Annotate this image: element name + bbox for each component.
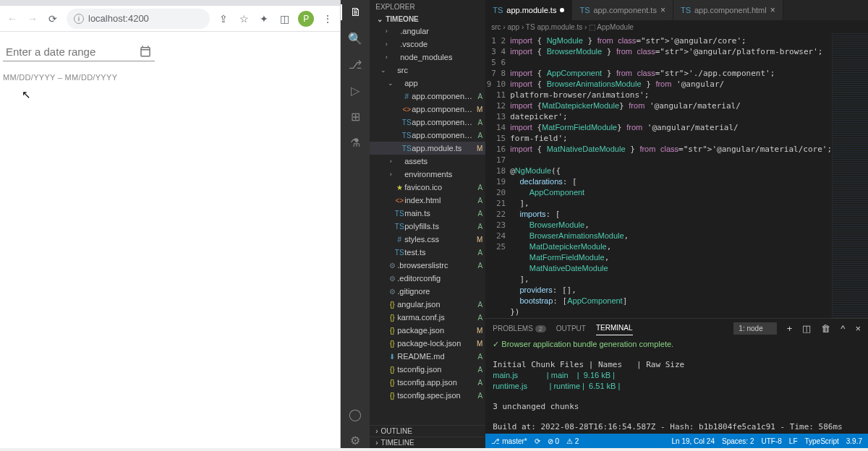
back-button[interactable]: ← (6, 12, 19, 25)
file-icon: ⚙ (387, 288, 397, 296)
file-node[interactable]: ⬇README.mdA (370, 350, 485, 363)
new-terminal-icon[interactable]: + (787, 323, 793, 334)
maximize-panel-icon[interactable]: ^ (841, 323, 845, 334)
menu-icon[interactable]: ⋮ (321, 12, 334, 25)
file-node[interactable]: {}karma.conf.jsA (370, 311, 485, 324)
project-header[interactable]: ⌄TIMEONE (370, 14, 485, 25)
source-control-icon[interactable]: ⎇ (347, 56, 363, 72)
explorer-icon[interactable]: 🗎 (341, 4, 370, 20)
folder-node[interactable]: ⌄src (370, 64, 485, 77)
code-area[interactable]: import { NgModule } from class="str">'@a… (510, 33, 832, 318)
terminal-select[interactable]: 1: node (733, 322, 776, 335)
file-node[interactable]: TSmain.tsA (370, 207, 485, 220)
folder-node[interactable]: ›.vscode (370, 38, 485, 51)
git-status: A (474, 379, 482, 387)
profile-avatar[interactable]: P (298, 11, 314, 27)
editor[interactable]: 1 2 3 4 5 6 7 8 9 10 11 12 13 14 15 16 1… (485, 33, 868, 318)
folder-node[interactable]: ›node_modules (370, 51, 485, 64)
encoding[interactable]: UTF-8 (761, 437, 781, 445)
file-node[interactable]: #styles.cssM (370, 233, 485, 246)
file-icon: TS (401, 132, 412, 139)
file-node[interactable]: <>app.component.htmlM (370, 103, 485, 116)
file-node[interactable]: {}tsconfig.spec.jsonA (370, 389, 485, 402)
git-status: A (474, 119, 482, 126)
tab-output[interactable]: OUTPUT (556, 322, 586, 335)
extensions-icon[interactable]: ✦ (258, 12, 271, 25)
reload-button[interactable]: ⟳ (46, 12, 59, 25)
line-gutter: 1 2 3 4 5 6 7 8 9 10 11 12 13 14 15 16 1… (485, 33, 510, 318)
file-name: main.ts (404, 209, 474, 218)
file-node[interactable]: TSapp.component.spec.tsA (370, 129, 485, 142)
sync-icon[interactable]: ⟳ (535, 437, 540, 445)
file-node[interactable]: <>index.htmlA (370, 194, 485, 207)
file-node[interactable]: TSapp.component.tsA (370, 116, 485, 129)
tab-terminal[interactable]: TERMINAL (596, 321, 633, 335)
share-icon[interactable]: ⇪ (217, 12, 230, 25)
file-node[interactable]: ⚙.browserslistrcA (370, 259, 485, 272)
file-node[interactable]: TSapp.module.tsM (370, 142, 485, 155)
folder-node[interactable]: ›.angular (370, 25, 485, 38)
file-node[interactable]: ⚙.gitignore (370, 285, 485, 298)
editor-tab[interactable]: TSapp.component.ts× (572, 0, 673, 20)
breadcrumb[interactable]: src › app › TS app.module.ts › ⬚ AppModu… (485, 20, 868, 33)
kill-terminal-icon[interactable]: 🗑 (821, 323, 830, 334)
tab-problems[interactable]: PROBLEMS2 (493, 322, 546, 335)
chevron-icon: › (387, 158, 394, 165)
testing-icon[interactable]: ⚗ (347, 134, 363, 150)
file-node[interactable]: {}tsconfig.jsonA (370, 363, 485, 376)
warnings-count[interactable]: ⚠ 2 (566, 437, 579, 445)
indent-setting[interactable]: Spaces: 2 (722, 437, 754, 445)
date-range-field[interactable]: Enter a date range (3, 40, 155, 61)
debug-icon[interactable]: ▷ (347, 82, 363, 98)
git-status: M (474, 236, 482, 244)
errors-count[interactable]: ⊘ 0 (548, 437, 559, 445)
minimap[interactable] (832, 33, 868, 318)
eol[interactable]: LF (789, 437, 798, 445)
editor-tab[interactable]: TSapp.component.html× (673, 0, 783, 20)
close-panel-icon[interactable]: × (855, 323, 861, 334)
file-icon: TS (394, 249, 404, 257)
file-icon: # (401, 93, 412, 100)
folder-node[interactable]: ›assets (370, 155, 485, 168)
cursor-position[interactable]: Ln 19, Col 24 (672, 437, 715, 445)
outline-section[interactable]: ›OUTLINE (370, 425, 485, 437)
git-status: A (474, 249, 482, 257)
site-info-icon[interactable]: i (74, 14, 84, 24)
folder-node[interactable]: ›environments (370, 168, 485, 181)
file-node[interactable]: {}package-lock.jsonM (370, 337, 485, 350)
sidepanel-icon[interactable]: ◫ (278, 12, 291, 25)
file-node[interactable]: {}angular.jsonA (370, 298, 485, 311)
editor-tab[interactable]: TSapp.module.ts (485, 0, 572, 20)
language-mode[interactable]: TypeScript (805, 437, 839, 445)
account-icon[interactable]: ◯ (347, 406, 363, 422)
folder-node[interactable]: ⌄app (370, 77, 485, 90)
file-node[interactable]: #app.component.cssA (370, 90, 485, 103)
git-status: A (474, 184, 482, 192)
bottom-panel: PROBLEMS2 OUTPUT TERMINAL 1: node + ◫ 🗑 … (485, 318, 868, 434)
search-icon[interactable]: 🔍 (347, 30, 363, 46)
ext-version[interactable]: 3.9.7 (846, 437, 862, 445)
settings-gear-icon[interactable]: ⚙ (347, 432, 363, 448)
file-node[interactable]: TStest.tsA (370, 246, 485, 259)
split-terminal-icon[interactable]: ◫ (802, 323, 811, 334)
url-text: localhost:4200 (88, 13, 149, 24)
close-tab-icon[interactable]: × (770, 5, 775, 15)
timeline-section[interactable]: ›TIMELINE (370, 437, 485, 448)
file-node[interactable]: TSpolyfills.tsA (370, 220, 485, 233)
file-node[interactable]: {}tsconfig.app.jsonA (370, 376, 485, 389)
file-icon: {} (387, 314, 397, 322)
address-bar[interactable]: i localhost:4200 (67, 9, 210, 29)
chevron-icon: ⌄ (380, 66, 387, 74)
file-node[interactable]: ⚙.editorconfig (370, 272, 485, 285)
terminal-output[interactable]: ✓ Browser application bundle generation … (485, 338, 868, 434)
file-node[interactable]: ★favicon.icoA (370, 181, 485, 194)
bookmark-icon[interactable]: ☆ (237, 12, 250, 25)
close-tab-icon[interactable]: × (660, 5, 665, 15)
calendar-icon[interactable] (139, 45, 152, 58)
extensions-icon[interactable]: ⊞ (347, 108, 363, 124)
forward-button[interactable]: → (26, 12, 39, 25)
file-node[interactable]: {}package.jsonM (370, 324, 485, 337)
file-icon: TS (401, 145, 412, 153)
git-branch[interactable]: ⎇ master* (491, 437, 527, 445)
browser-tab-strip (0, 0, 340, 6)
